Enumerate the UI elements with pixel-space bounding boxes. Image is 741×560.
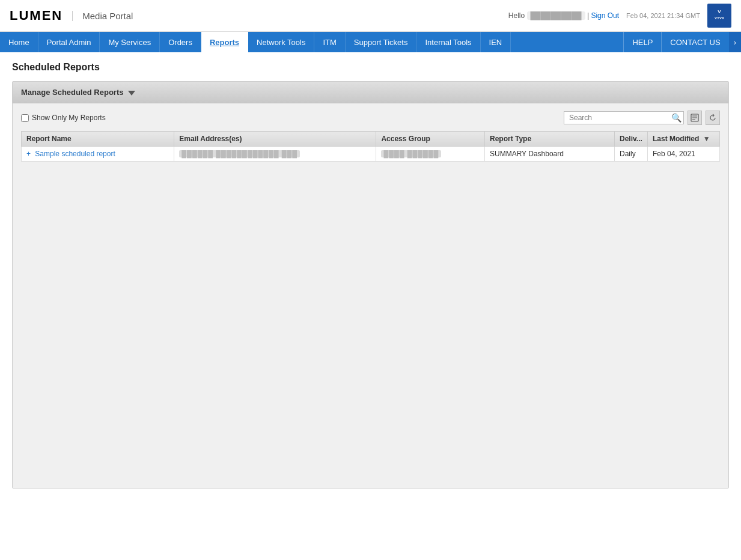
portal-title: Media Portal <box>72 11 133 21</box>
scheduled-reports-panel: Manage Scheduled Reports Show Only My Re… <box>12 81 729 488</box>
nav-orders[interactable]: Orders <box>160 32 201 52</box>
panel-collapse-icon[interactable] <box>128 91 135 96</box>
logo-area: LUMEN Media Portal <box>10 8 133 23</box>
nav-ien[interactable]: IEN <box>481 32 511 52</box>
nav-network-tools[interactable]: Network Tools <box>248 32 314 52</box>
panel-header-text: Manage Scheduled Reports <box>21 88 123 97</box>
table-header: Report Name Email Address(es) Access Gro… <box>22 132 720 147</box>
username-display: ██████████ <box>527 11 585 20</box>
nav-right: HELP CONTACT US › <box>623 32 741 52</box>
nav-itm[interactable]: ITM <box>314 32 345 52</box>
nav-home[interactable]: Home <box>0 32 38 52</box>
cell-last-modified: Feb 04, 2021 <box>648 147 720 162</box>
checkbox-text: Show Only My Reports <box>32 114 106 122</box>
page-content: Scheduled Reports Manage Scheduled Repor… <box>0 52 741 498</box>
datetime-display: Feb 04, 2021 21:34 GMT <box>626 12 700 19</box>
cell-email: ██████ ████████████ ███ <box>174 147 376 162</box>
col-delivery[interactable]: Deliv... <box>615 132 648 147</box>
panel-header: Manage Scheduled Reports <box>13 82 728 103</box>
hello-label: Hello <box>508 11 525 20</box>
reports-table: Report Name Email Address(es) Access Gro… <box>21 131 720 162</box>
user-area: Hello ██████████ | Sign Out Feb 04, 2021… <box>508 4 731 28</box>
col-report-name[interactable]: Report Name <box>22 132 174 147</box>
col-report-type[interactable]: Report Type <box>484 132 614 147</box>
col-last-modified[interactable]: Last Modified ▼ <box>648 132 720 147</box>
nav-chevron[interactable]: › <box>729 32 741 52</box>
access-group-blurred: ████ ██████ <box>381 150 441 157</box>
show-only-my-reports-checkbox[interactable] <box>21 114 29 122</box>
show-only-my-reports-label[interactable]: Show Only My Reports <box>21 114 106 122</box>
nav-reports[interactable]: Reports <box>201 32 248 52</box>
nav-help[interactable]: HELP <box>623 32 661 52</box>
export-button[interactable] <box>688 111 702 125</box>
search-wrapper: 🔍 <box>564 111 684 124</box>
nav-support-tickets[interactable]: Support Tickets <box>346 32 417 52</box>
nav-internal-tools[interactable]: Internal Tools <box>416 32 480 52</box>
search-area: 🔍 <box>564 111 720 125</box>
col-access-group[interactable]: Access Group <box>376 132 485 147</box>
lumen-logo: LUMEN <box>10 8 63 23</box>
user-info: Hello ██████████ | Sign Out <box>508 11 619 20</box>
cell-delivery: Daily <box>615 147 648 162</box>
search-button[interactable]: 🔍 <box>671 113 682 123</box>
col-email[interactable]: Email Address(es) <box>174 132 376 147</box>
nav-my-services[interactable]: My Services <box>100 32 160 52</box>
sort-arrow-icon: ▼ <box>703 135 710 143</box>
email-blurred: ██████ ████████████ ███ <box>179 150 300 157</box>
nav-portal-admin[interactable]: Portal Admin <box>38 32 100 52</box>
vyvx-logo: V VYVX <box>707 4 731 28</box>
nav-contact-us[interactable]: CONTACT US <box>661 32 728 52</box>
sign-out-link[interactable]: Sign Out <box>591 11 619 20</box>
panel-body: Show Only My Reports 🔍 <box>13 103 728 488</box>
cell-report-type: SUMMARY Dashboard <box>484 147 614 162</box>
table-body: + Sample scheduled report ██████ ███████… <box>22 147 720 162</box>
reports-table-wrapper: Report Name Email Address(es) Access Gro… <box>21 131 720 162</box>
report-name-link[interactable]: Sample scheduled report <box>35 150 115 158</box>
table-row: + Sample scheduled report ██████ ███████… <box>22 147 720 162</box>
page-title: Scheduled Reports <box>12 62 729 73</box>
expand-row-button[interactable]: + <box>26 150 31 158</box>
cell-report-name: + Sample scheduled report <box>22 147 174 162</box>
top-header: LUMEN Media Portal Hello ██████████ | Si… <box>0 0 741 32</box>
refresh-button[interactable] <box>706 111 720 125</box>
svg-rect-0 <box>709 5 730 26</box>
svg-text:VYVX: VYVX <box>715 16 724 20</box>
toolbar-row: Show Only My Reports 🔍 <box>21 111 720 125</box>
nav-bar: Home Portal Admin My Services Orders Rep… <box>0 32 741 52</box>
cell-access-group: ████ ██████ <box>376 147 485 162</box>
svg-text:V: V <box>718 9 721 14</box>
search-input[interactable] <box>564 111 684 124</box>
